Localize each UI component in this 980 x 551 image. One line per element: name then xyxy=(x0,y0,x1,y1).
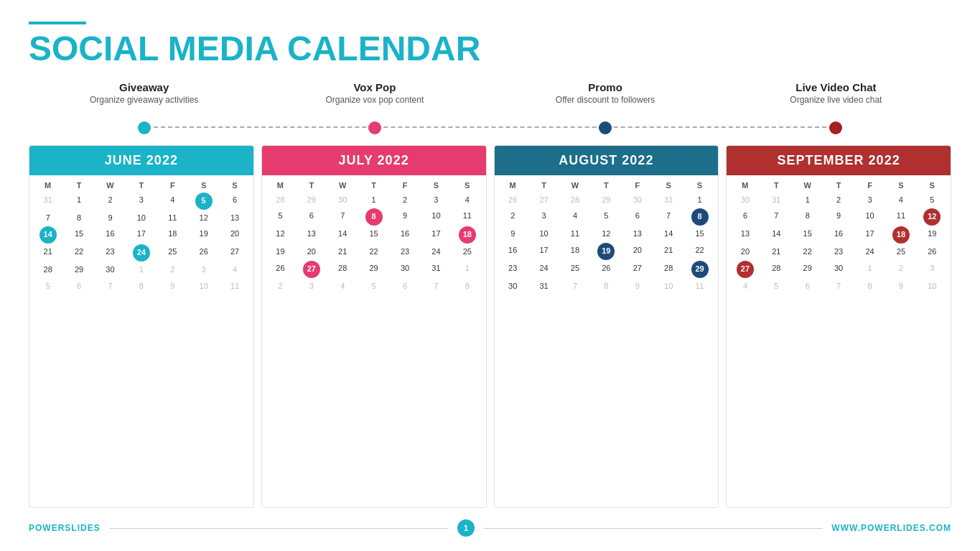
cal-cell: 1 xyxy=(358,193,389,208)
footer-brand: POWERSLIDES xyxy=(29,523,101,533)
calendar-week-2: 14151617181920 xyxy=(32,226,251,244)
cal-cell: 31 xyxy=(528,279,559,294)
cal-cell: 7 xyxy=(421,279,452,294)
cal-cell: 21 xyxy=(761,244,792,259)
cal-cell: 10 xyxy=(653,279,683,294)
calendars-container: JUNE 2022MTWTFSS311234567891011121314151… xyxy=(29,145,951,508)
cal-cell: 4 xyxy=(327,279,358,294)
day-label: W xyxy=(792,180,823,191)
calendar-2: AUGUST 2022MTWTFSS2627282930311234567891… xyxy=(494,145,719,508)
timeline-item-voxpop: Vox Pop Organize vox pop content xyxy=(259,81,490,105)
page: SOCIAL MEDIA CALENDAR Giveaway Organize … xyxy=(0,0,980,551)
footer-url: WWW.POWERLIDES.COM xyxy=(831,523,951,533)
cal-cell: 9 xyxy=(389,208,420,226)
cal-cell: 4 xyxy=(452,193,482,208)
cal-cell: 26 xyxy=(498,193,528,208)
day-label: T xyxy=(591,180,622,191)
cal-cell: 8 xyxy=(691,208,709,226)
calendar-week-0: 2829301234 xyxy=(265,193,483,208)
cal-cell: 10 xyxy=(126,210,157,226)
calendar-0: JUNE 2022MTWTFSS311234567891011121314151… xyxy=(29,145,254,508)
cal-cell: 9 xyxy=(157,279,188,294)
cal-cell: 14 xyxy=(327,226,358,244)
cal-cell: 28 xyxy=(32,262,63,277)
cal-cell: 8 xyxy=(854,279,885,294)
cal-cell: 25 xyxy=(157,244,188,261)
calendar-week-2: 13141516171819 xyxy=(729,226,948,244)
cal-cell: 30 xyxy=(389,261,420,278)
cal-cell: 8 xyxy=(452,279,482,294)
cal-cell: 10 xyxy=(188,279,219,294)
day-label: W xyxy=(95,180,126,191)
footer-brand-black: POWER xyxy=(29,523,65,533)
cal-cell: 18 xyxy=(157,226,188,244)
timeline-label-promo: Promo xyxy=(588,81,622,93)
calendar-week-4: 23242526272829 xyxy=(498,261,716,278)
cal-cell: 26 xyxy=(591,261,622,278)
calendar-week-0: 2627282930311 xyxy=(498,193,716,208)
day-label: M xyxy=(265,180,296,191)
calendar-week-1: 2345678 xyxy=(498,208,716,226)
cal-cell: 10 xyxy=(854,208,885,226)
calendar-week-5: 30317891011 xyxy=(498,279,716,294)
page-title: SOCIAL MEDIA CALENDAR xyxy=(29,30,951,68)
cal-cell: 16 xyxy=(95,226,126,244)
footer-brand-cyan: SLIDES xyxy=(65,523,100,533)
cal-cell: 9 xyxy=(622,279,653,294)
cal-cell: 7 xyxy=(327,208,358,226)
cal-cell: 3 xyxy=(854,193,885,208)
calendar-week-0: 31123456 xyxy=(32,193,251,210)
cal-cell: 6 xyxy=(296,208,327,226)
cal-cell: 4 xyxy=(885,193,916,208)
cal-cell: 2 xyxy=(885,261,916,278)
cal-cell: 25 xyxy=(885,244,916,259)
day-label: S xyxy=(885,180,916,191)
cal-cell: 29 xyxy=(358,261,389,278)
calendar-week-1: 567891011 xyxy=(265,208,483,226)
cal-cell: 13 xyxy=(622,226,653,241)
cal-cell: 17 xyxy=(126,226,157,244)
cal-cell: 3 xyxy=(296,279,327,294)
dot-voxpop xyxy=(368,121,381,134)
cal-cell: 23 xyxy=(389,244,420,259)
cal-cell: 1 xyxy=(684,193,715,208)
timeline-sub-voxpop: Organize vox pop content xyxy=(325,95,424,105)
timeline-label-giveaway: Giveaway xyxy=(119,81,169,93)
cal-cell: 31 xyxy=(421,261,452,278)
cal-cell: 29 xyxy=(63,262,94,277)
cal-cell: 14 xyxy=(39,226,57,244)
cal-cell: 23 xyxy=(95,244,126,261)
cal-cell: 18 xyxy=(459,226,476,244)
calendar-header-2: AUGUST 2022 xyxy=(495,146,719,175)
cal-cell: 7 xyxy=(761,208,792,226)
cal-cell: 6 xyxy=(729,208,760,226)
calendar-week-3: 19202122232425 xyxy=(265,244,483,259)
cal-cell: 2 xyxy=(157,262,188,277)
calendar-week-1: 78910111213 xyxy=(32,210,251,226)
timeline-item-giveaway: Giveaway Organize giveaway activities xyxy=(29,81,259,105)
cal-cell: 19 xyxy=(597,243,615,260)
calendar-body-3: MTWTFSS303112345678910111213141516171819… xyxy=(727,175,951,507)
cal-cell: 19 xyxy=(188,226,219,244)
cal-cell: 11 xyxy=(559,226,590,241)
cal-cell: 9 xyxy=(885,279,916,294)
calendar-3: SEPTEMBER 2022MTWTFSS3031123456789101112… xyxy=(726,145,951,508)
footer: POWERSLIDES 1 WWW.POWERLIDES.COM xyxy=(29,515,951,537)
calendar-week-0: 303112345 xyxy=(729,193,948,208)
calendar-header-1: JULY 2022 xyxy=(262,146,486,175)
cal-cell: 1 xyxy=(452,261,482,278)
cal-cell: 18 xyxy=(892,226,910,244)
cal-cell: 25 xyxy=(559,261,590,278)
cal-cell: 28 xyxy=(265,193,296,208)
timeline-label-voxpop: Vox Pop xyxy=(353,81,396,93)
cal-cell: 13 xyxy=(296,226,327,244)
calendar-body-1: MTWTFSS282930123456789101112131415161718… xyxy=(262,175,486,507)
cal-cell: 17 xyxy=(528,243,559,260)
calendar-week-3: 21222324252627 xyxy=(32,244,251,261)
dot-giveaway xyxy=(138,121,151,134)
calendar-week-4: 27282930123 xyxy=(729,261,948,278)
cal-cell: 24 xyxy=(133,244,150,261)
cal-cell: 28 xyxy=(559,193,590,208)
day-label: T xyxy=(63,180,94,191)
dot-row xyxy=(29,121,951,134)
